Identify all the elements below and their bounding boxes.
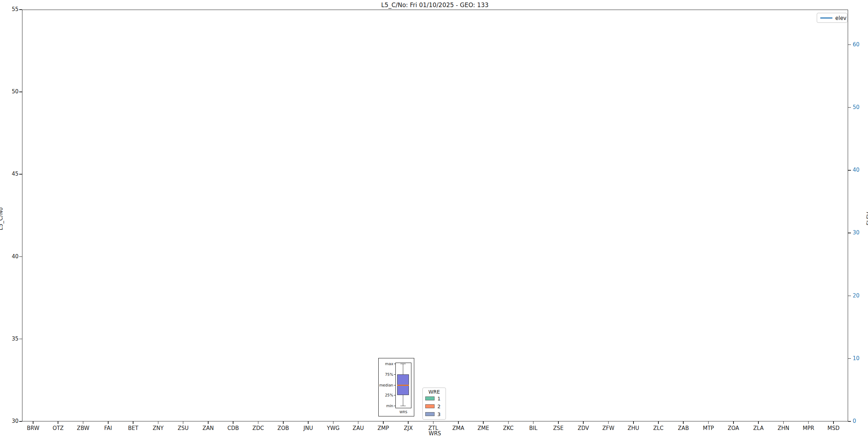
x-tick-label-ZHN: ZHN <box>774 426 792 431</box>
elev-legend-label: elev <box>835 15 847 21</box>
y-tick-label-left: 35 <box>6 336 19 342</box>
x-tick-label-ZDC: ZDC <box>249 426 267 431</box>
y-tick-label-right: 0 <box>853 419 856 424</box>
wre-swatch-icon <box>425 404 435 408</box>
y-tick-label-left: 50 <box>6 89 19 94</box>
inset-label-25%: 25% <box>378 393 393 397</box>
x-tick-label-ZKC: ZKC <box>499 426 517 431</box>
x-tick-label-OTZ: OTZ <box>49 426 67 431</box>
wre-swatch-icon <box>425 412 435 416</box>
x-tick-mark <box>308 421 309 424</box>
x-tick-label-BET: BET <box>124 426 142 431</box>
x-tick-label-BRW: BRW <box>24 426 42 431</box>
x-tick-label-JNU: JNU <box>299 426 317 431</box>
x-tick-label-ZBW: ZBW <box>74 426 92 431</box>
y-tick-mark-right <box>848 170 851 171</box>
x-tick-mark <box>33 421 33 424</box>
x-tick-mark <box>633 421 634 424</box>
x-tick-label-ZOB: ZOB <box>274 426 292 431</box>
x-tick-label-FAI: FAI <box>99 426 117 431</box>
y-tick-mark-left <box>19 339 22 339</box>
x-tick-label-ZAB: ZAB <box>674 426 692 431</box>
y-tick-mark-left <box>19 9 22 10</box>
wre-legend-item-3: 3 <box>425 411 444 416</box>
x-tick-label-ZMA: ZMA <box>449 426 467 431</box>
x-tick-mark <box>608 421 609 424</box>
y-tick-label-right: 60 <box>853 42 859 47</box>
x-tick-label-ZJX: ZJX <box>399 426 417 431</box>
x-tick-label-ZME: ZME <box>474 426 492 431</box>
x-tick-mark <box>58 421 58 424</box>
x-tick-label-ZHU: ZHU <box>625 426 642 431</box>
inset-tick <box>394 395 395 395</box>
x-tick-label-MTP: MTP <box>700 426 717 431</box>
x-tick-mark <box>733 421 734 424</box>
x-tick-mark <box>233 421 233 424</box>
x-tick-label-ZTL: ZTL <box>424 426 442 431</box>
elev-legend: elev <box>817 13 847 23</box>
inset-median <box>397 385 409 386</box>
inset-label-max: max <box>378 362 393 366</box>
x-tick-label-MPR: MPR <box>800 426 817 431</box>
x-tick-mark <box>533 421 534 424</box>
x-tick-mark <box>458 421 459 424</box>
inset-x-label: WRS <box>395 410 411 414</box>
y-tick-mark-left <box>19 256 22 257</box>
x-tick-mark <box>108 421 109 424</box>
y-tick-mark-right <box>848 107 851 108</box>
x-tick-mark <box>408 421 409 424</box>
wre-item-label: 3 <box>437 411 441 417</box>
x-tick-label-ZSU: ZSU <box>174 426 192 431</box>
x-tick-mark <box>83 421 84 424</box>
x-tick-mark <box>333 421 334 424</box>
x-tick-label-ZLC: ZLC <box>649 426 667 431</box>
x-tick-label-ZFW: ZFW <box>599 426 617 431</box>
x-tick-mark <box>183 421 184 424</box>
inset-tick <box>394 406 395 406</box>
inset-label-75%: 75% <box>378 373 393 377</box>
inset-cap-max <box>400 364 406 364</box>
x-tick-label-ZSE: ZSE <box>549 426 567 431</box>
y-tick-mark-left <box>19 92 22 92</box>
y-tick-label-left: 40 <box>6 254 19 259</box>
inset-tick <box>394 364 395 364</box>
y-tick-mark-left <box>19 421 22 422</box>
x-tick-mark <box>658 421 659 424</box>
inset-label-min: min <box>378 404 393 408</box>
x-tick-mark <box>433 421 434 424</box>
elev-line-swatch-icon <box>820 17 832 19</box>
x-tick-mark <box>258 421 259 424</box>
x-tick-mark <box>558 421 559 424</box>
y-axis-label-right: ELEV <box>866 212 868 225</box>
y-tick-label-right: 50 <box>853 105 859 110</box>
x-tick-label-ZNY: ZNY <box>149 426 167 431</box>
x-tick-mark <box>708 421 709 424</box>
wre-legend-title: WRE <box>423 389 446 395</box>
x-tick-mark <box>208 421 209 424</box>
figure: L5_C/No: Fri 01/10/2025 - GEO: 133 L5_C/… <box>0 0 868 441</box>
x-tick-label-YWG: YWG <box>324 426 342 431</box>
x-tick-label-ZAN: ZAN <box>199 426 217 431</box>
inset-label-median: median <box>378 383 393 387</box>
x-tick-mark <box>758 421 759 424</box>
x-tick-mark <box>383 421 384 424</box>
x-tick-mark <box>783 421 784 424</box>
y-tick-label-right: 30 <box>853 230 859 235</box>
x-tick-mark <box>483 421 484 424</box>
wre-swatch-icon <box>425 396 435 400</box>
x-tick-label-MSD: MSD <box>825 426 842 431</box>
x-tick-mark <box>508 421 509 424</box>
y-tick-mark-right <box>848 421 851 422</box>
y-tick-mark-right <box>848 233 851 233</box>
x-tick-label-BIL: BIL <box>525 426 542 431</box>
x-tick-mark <box>283 421 284 424</box>
y-tick-mark-right <box>848 45 851 45</box>
x-tick-mark <box>133 421 133 424</box>
y-axis-label-left: L5_C/No <box>0 207 4 230</box>
y-tick-label-left: 45 <box>6 171 19 177</box>
y-tick-label-left: 30 <box>6 419 19 424</box>
wre-item-label: 2 <box>437 404 441 409</box>
wre-legend: WRE 123 <box>422 388 446 420</box>
x-tick-label-ZOA: ZOA <box>725 426 742 431</box>
chart-title: L5_C/No: Fri 01/10/2025 - GEO: 133 <box>381 1 489 9</box>
